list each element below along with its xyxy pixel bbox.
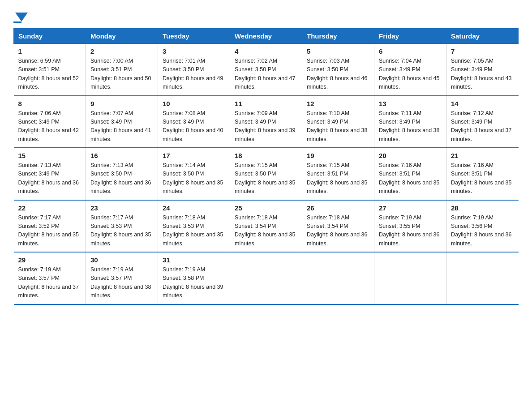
weekday-header: Wednesday bbox=[230, 29, 302, 44]
calendar-cell: 22 Sunrise: 7:17 AMSunset: 3:52 PMDaylig… bbox=[14, 200, 86, 253]
day-number: 6 bbox=[379, 47, 442, 55]
day-number: 21 bbox=[451, 152, 514, 159]
calendar-cell: 16 Sunrise: 7:13 AMSunset: 3:50 PMDaylig… bbox=[86, 148, 158, 200]
day-number: 11 bbox=[235, 100, 297, 107]
calendar-week-row: 29 Sunrise: 7:19 AMSunset: 3:57 PMDaylig… bbox=[14, 252, 519, 304]
day-number: 27 bbox=[379, 204, 442, 212]
calendar-week-row: 1 Sunrise: 6:59 AMSunset: 3:51 PMDayligh… bbox=[14, 44, 519, 96]
day-info: Sunrise: 7:14 AMSunset: 3:50 PMDaylight:… bbox=[163, 162, 223, 194]
calendar-header-row: SundayMondayTuesdayWednesdayThursdayFrid… bbox=[14, 29, 519, 44]
calendar-cell: 27 Sunrise: 7:19 AMSunset: 3:55 PMDaylig… bbox=[374, 200, 446, 253]
calendar-cell: 4 Sunrise: 7:02 AMSunset: 3:50 PMDayligh… bbox=[230, 44, 302, 96]
day-number: 5 bbox=[307, 47, 369, 55]
day-info: Sunrise: 7:12 AMSunset: 3:49 PMDaylight:… bbox=[451, 110, 512, 142]
day-info: Sunrise: 6:59 AMSunset: 3:51 PMDaylight:… bbox=[18, 58, 79, 90]
calendar-table: SundayMondayTuesdayWednesdayThursdayFrid… bbox=[13, 28, 519, 305]
day-number: 15 bbox=[18, 152, 82, 159]
calendar-cell: 29 Sunrise: 7:19 AMSunset: 3:57 PMDaylig… bbox=[14, 252, 86, 304]
logo-arrow-icon bbox=[15, 13, 28, 21]
day-number: 29 bbox=[18, 256, 82, 264]
day-number: 9 bbox=[90, 100, 153, 107]
calendar-cell: 1 Sunrise: 6:59 AMSunset: 3:51 PMDayligh… bbox=[14, 44, 86, 96]
calendar-cell: 21 Sunrise: 7:16 AMSunset: 3:51 PMDaylig… bbox=[446, 148, 519, 200]
day-info: Sunrise: 7:19 AMSunset: 3:58 PMDaylight:… bbox=[163, 266, 223, 299]
day-info: Sunrise: 7:17 AMSunset: 3:52 PMDaylight:… bbox=[18, 214, 79, 247]
day-number: 14 bbox=[451, 100, 514, 107]
day-number: 19 bbox=[307, 152, 369, 159]
day-info: Sunrise: 7:05 AMSunset: 3:49 PMDaylight:… bbox=[451, 58, 512, 90]
day-info: Sunrise: 7:18 AMSunset: 3:54 PMDaylight:… bbox=[307, 214, 368, 247]
calendar-cell bbox=[446, 252, 519, 304]
day-number: 10 bbox=[163, 100, 225, 107]
calendar-cell: 20 Sunrise: 7:16 AMSunset: 3:51 PMDaylig… bbox=[374, 148, 446, 200]
calendar-cell: 3 Sunrise: 7:01 AMSunset: 3:50 PMDayligh… bbox=[158, 44, 230, 96]
calendar-cell: 28 Sunrise: 7:19 AMSunset: 3:56 PMDaylig… bbox=[446, 200, 519, 253]
day-number: 4 bbox=[235, 47, 297, 55]
calendar-week-row: 22 Sunrise: 7:17 AMSunset: 3:52 PMDaylig… bbox=[14, 200, 519, 253]
day-info: Sunrise: 7:18 AMSunset: 3:54 PMDaylight:… bbox=[235, 214, 296, 247]
calendar-week-row: 8 Sunrise: 7:06 AMSunset: 3:49 PMDayligh… bbox=[14, 96, 519, 148]
calendar-cell: 15 Sunrise: 7:13 AMSunset: 3:49 PMDaylig… bbox=[14, 148, 86, 200]
calendar-cell: 31 Sunrise: 7:19 AMSunset: 3:58 PMDaylig… bbox=[158, 252, 230, 304]
calendar-cell: 14 Sunrise: 7:12 AMSunset: 3:49 PMDaylig… bbox=[446, 96, 519, 148]
weekday-header: Monday bbox=[86, 29, 158, 44]
day-info: Sunrise: 7:07 AMSunset: 3:49 PMDaylight:… bbox=[90, 110, 151, 142]
logo bbox=[13, 11, 28, 23]
calendar-cell: 10 Sunrise: 7:08 AMSunset: 3:49 PMDaylig… bbox=[158, 96, 230, 148]
day-info: Sunrise: 7:19 AMSunset: 3:57 PMDaylight:… bbox=[18, 266, 79, 299]
day-info: Sunrise: 7:06 AMSunset: 3:49 PMDaylight:… bbox=[18, 110, 79, 142]
day-number: 31 bbox=[163, 256, 225, 264]
day-number: 16 bbox=[90, 152, 153, 159]
day-info: Sunrise: 7:16 AMSunset: 3:51 PMDaylight:… bbox=[451, 162, 512, 194]
day-number: 18 bbox=[235, 152, 297, 159]
calendar-cell: 2 Sunrise: 7:00 AMSunset: 3:51 PMDayligh… bbox=[86, 44, 158, 96]
calendar-cell: 12 Sunrise: 7:10 AMSunset: 3:49 PMDaylig… bbox=[302, 96, 374, 148]
calendar-cell: 25 Sunrise: 7:18 AMSunset: 3:54 PMDaylig… bbox=[230, 200, 302, 253]
calendar-cell: 24 Sunrise: 7:18 AMSunset: 3:53 PMDaylig… bbox=[158, 200, 230, 253]
day-number: 28 bbox=[451, 204, 514, 212]
day-number: 3 bbox=[163, 47, 225, 55]
day-info: Sunrise: 7:15 AMSunset: 3:50 PMDaylight:… bbox=[235, 162, 296, 194]
calendar-cell: 7 Sunrise: 7:05 AMSunset: 3:49 PMDayligh… bbox=[446, 44, 519, 96]
day-info: Sunrise: 7:19 AMSunset: 3:56 PMDaylight:… bbox=[451, 214, 512, 247]
day-number: 2 bbox=[90, 47, 153, 55]
day-number: 25 bbox=[235, 204, 297, 212]
day-info: Sunrise: 7:09 AMSunset: 3:49 PMDaylight:… bbox=[235, 110, 296, 142]
day-number: 22 bbox=[18, 204, 82, 212]
day-number: 7 bbox=[451, 47, 514, 55]
day-number: 20 bbox=[379, 152, 442, 159]
calendar-cell: 11 Sunrise: 7:09 AMSunset: 3:49 PMDaylig… bbox=[230, 96, 302, 148]
calendar-cell: 13 Sunrise: 7:11 AMSunset: 3:49 PMDaylig… bbox=[374, 96, 446, 148]
calendar-cell bbox=[374, 252, 446, 304]
calendar-cell: 9 Sunrise: 7:07 AMSunset: 3:49 PMDayligh… bbox=[86, 96, 158, 148]
day-info: Sunrise: 7:13 AMSunset: 3:49 PMDaylight:… bbox=[18, 162, 79, 194]
day-info: Sunrise: 7:03 AMSunset: 3:50 PMDaylight:… bbox=[307, 58, 368, 90]
weekday-header: Tuesday bbox=[158, 29, 230, 44]
day-info: Sunrise: 7:00 AMSunset: 3:51 PMDaylight:… bbox=[90, 58, 151, 90]
day-number: 12 bbox=[307, 100, 369, 107]
day-info: Sunrise: 7:10 AMSunset: 3:49 PMDaylight:… bbox=[307, 110, 368, 142]
calendar-cell: 5 Sunrise: 7:03 AMSunset: 3:50 PMDayligh… bbox=[302, 44, 374, 96]
day-number: 8 bbox=[18, 100, 82, 107]
day-number: 30 bbox=[90, 256, 153, 264]
day-info: Sunrise: 7:11 AMSunset: 3:49 PMDaylight:… bbox=[379, 110, 440, 142]
day-info: Sunrise: 7:15 AMSunset: 3:51 PMDaylight:… bbox=[307, 162, 368, 194]
day-number: 23 bbox=[90, 204, 153, 212]
calendar-cell: 30 Sunrise: 7:19 AMSunset: 3:57 PMDaylig… bbox=[86, 252, 158, 304]
day-info: Sunrise: 7:16 AMSunset: 3:51 PMDaylight:… bbox=[379, 162, 440, 194]
day-number: 1 bbox=[18, 47, 82, 55]
day-info: Sunrise: 7:18 AMSunset: 3:53 PMDaylight:… bbox=[163, 214, 223, 247]
day-info: Sunrise: 7:19 AMSunset: 3:57 PMDaylight:… bbox=[90, 266, 151, 299]
weekday-header: Friday bbox=[374, 29, 446, 44]
weekday-header: Sunday bbox=[14, 29, 86, 44]
calendar-cell: 26 Sunrise: 7:18 AMSunset: 3:54 PMDaylig… bbox=[302, 200, 374, 253]
calendar-cell: 19 Sunrise: 7:15 AMSunset: 3:51 PMDaylig… bbox=[302, 148, 374, 200]
calendar-week-row: 15 Sunrise: 7:13 AMSunset: 3:49 PMDaylig… bbox=[14, 148, 519, 200]
calendar-cell: 23 Sunrise: 7:17 AMSunset: 3:53 PMDaylig… bbox=[86, 200, 158, 253]
day-info: Sunrise: 7:01 AMSunset: 3:50 PMDaylight:… bbox=[163, 58, 223, 90]
day-number: 26 bbox=[307, 204, 369, 212]
day-info: Sunrise: 7:19 AMSunset: 3:55 PMDaylight:… bbox=[379, 214, 440, 247]
calendar-cell: 8 Sunrise: 7:06 AMSunset: 3:49 PMDayligh… bbox=[14, 96, 86, 148]
calendar-cell bbox=[302, 252, 374, 304]
day-info: Sunrise: 7:04 AMSunset: 3:49 PMDaylight:… bbox=[379, 58, 440, 90]
